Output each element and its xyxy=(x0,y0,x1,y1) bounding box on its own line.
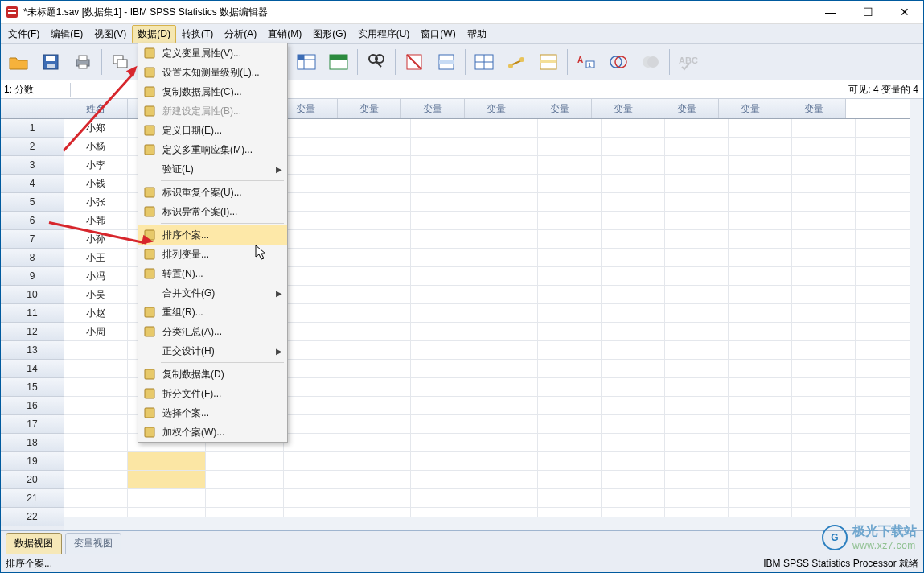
cell[interactable] xyxy=(411,360,474,377)
open-button[interactable] xyxy=(4,47,33,76)
cell[interactable] xyxy=(347,323,411,340)
cell[interactable] xyxy=(347,471,411,488)
insert-case-button[interactable] xyxy=(432,47,461,76)
print-button[interactable] xyxy=(68,47,97,76)
cell[interactable] xyxy=(602,212,665,229)
cell[interactable] xyxy=(602,341,665,359)
cell[interactable] xyxy=(347,434,411,451)
menu-item-select-cases[interactable]: 选择个案... xyxy=(138,403,287,423)
value-labels-button[interactable]: A1 xyxy=(572,47,601,76)
cell[interactable] xyxy=(792,249,856,266)
close-button[interactable]: ✕ xyxy=(886,1,923,23)
menu-help[interactable]: 帮助 xyxy=(462,25,492,43)
cell[interactable] xyxy=(64,397,128,414)
cell[interactable] xyxy=(411,156,474,174)
cell[interactable] xyxy=(64,378,128,396)
cell[interactable] xyxy=(729,249,792,266)
cell[interactable] xyxy=(284,267,347,285)
cell[interactable] xyxy=(602,434,665,451)
cell[interactable] xyxy=(64,415,128,433)
menu-view[interactable]: 视图(V) xyxy=(88,25,132,43)
weight-button[interactable] xyxy=(502,47,531,76)
cell[interactable] xyxy=(347,489,411,507)
menu-item-submenu[interactable]: 验证(L)▶ xyxy=(138,159,287,179)
cell[interactable] xyxy=(474,452,538,470)
cell[interactable] xyxy=(411,378,474,396)
cell[interactable] xyxy=(474,138,538,155)
cell[interactable] xyxy=(665,156,729,174)
menu-item-restructure[interactable]: 重组(R)... xyxy=(138,303,287,322)
cell[interactable] xyxy=(792,397,856,414)
save-button[interactable] xyxy=(36,47,65,76)
cell[interactable] xyxy=(729,230,792,248)
cell[interactable] xyxy=(347,156,411,174)
menu-item-transpose[interactable]: 转置(N)... xyxy=(138,264,287,283)
cell[interactable] xyxy=(474,193,538,211)
cell[interactable] xyxy=(538,304,602,322)
cell[interactable] xyxy=(411,304,474,322)
cell[interactable] xyxy=(347,341,411,359)
cell[interactable] xyxy=(665,341,729,359)
show-all-button[interactable] xyxy=(636,47,665,76)
cell[interactable] xyxy=(64,471,128,488)
cell[interactable] xyxy=(729,286,792,303)
row-header[interactable]: 13 xyxy=(1,341,64,360)
cell[interactable] xyxy=(665,212,729,229)
cell[interactable] xyxy=(64,452,128,470)
cell[interactable]: 小钱 xyxy=(64,175,128,192)
cell[interactable] xyxy=(347,286,411,303)
column-header[interactable]: 变量 xyxy=(719,99,782,118)
cell[interactable] xyxy=(792,489,856,507)
row-header[interactable]: 17 xyxy=(1,415,64,434)
cell[interactable] xyxy=(538,249,602,266)
column-header[interactable]: 变量 xyxy=(592,99,655,118)
cell[interactable] xyxy=(347,138,411,155)
cell[interactable] xyxy=(792,267,856,285)
cell[interactable] xyxy=(411,193,474,211)
cell[interactable] xyxy=(729,175,792,192)
cell[interactable] xyxy=(411,434,474,451)
cell[interactable] xyxy=(729,434,792,451)
cell[interactable] xyxy=(602,193,665,211)
cell[interactable] xyxy=(347,415,411,433)
cell[interactable] xyxy=(792,304,856,322)
cell[interactable] xyxy=(284,138,347,155)
cell[interactable] xyxy=(665,267,729,285)
cell[interactable] xyxy=(665,323,729,340)
cell[interactable] xyxy=(347,119,411,137)
cell[interactable] xyxy=(538,175,602,192)
cell[interactable] xyxy=(792,175,856,192)
cell[interactable] xyxy=(538,323,602,340)
cell[interactable] xyxy=(284,175,347,192)
cell[interactable] xyxy=(347,212,411,229)
cell[interactable] xyxy=(284,119,347,137)
cell[interactable] xyxy=(665,304,729,322)
cell[interactable]: 小王 xyxy=(64,249,128,266)
cell[interactable] xyxy=(729,119,792,137)
row-header[interactable]: 14 xyxy=(1,360,64,378)
cell[interactable] xyxy=(411,397,474,414)
goto-case-button[interactable] xyxy=(292,47,321,76)
row-header[interactable]: 6 xyxy=(1,212,64,230)
cell[interactable] xyxy=(665,175,729,192)
spellcheck-button[interactable]: ABC xyxy=(674,47,703,76)
menu-item-dup-cases[interactable]: 标识重复个案(U)... xyxy=(138,183,287,202)
use-sets-button[interactable] xyxy=(604,47,633,76)
cell[interactable] xyxy=(538,230,602,248)
cell[interactable] xyxy=(665,434,729,451)
cell[interactable] xyxy=(729,267,792,285)
cell[interactable] xyxy=(602,156,665,174)
cell[interactable] xyxy=(347,304,411,322)
cell[interactable] xyxy=(538,452,602,470)
menu-graphs[interactable]: 图形(G) xyxy=(307,25,351,43)
menu-item-unknown-scale[interactable]: 设置未知测量级别(L)... xyxy=(138,63,287,82)
column-header[interactable]: 变量 xyxy=(782,99,846,118)
find-button[interactable] xyxy=(362,47,391,76)
cell[interactable] xyxy=(602,489,665,507)
cell[interactable] xyxy=(474,212,538,229)
cell[interactable] xyxy=(284,397,347,414)
cell[interactable] xyxy=(128,452,206,470)
maximize-button[interactable]: ☐ xyxy=(849,1,886,23)
row-header[interactable]: 21 xyxy=(1,489,64,508)
menu-item-copy-dataset[interactable]: 复制数据集(D) xyxy=(138,365,287,384)
